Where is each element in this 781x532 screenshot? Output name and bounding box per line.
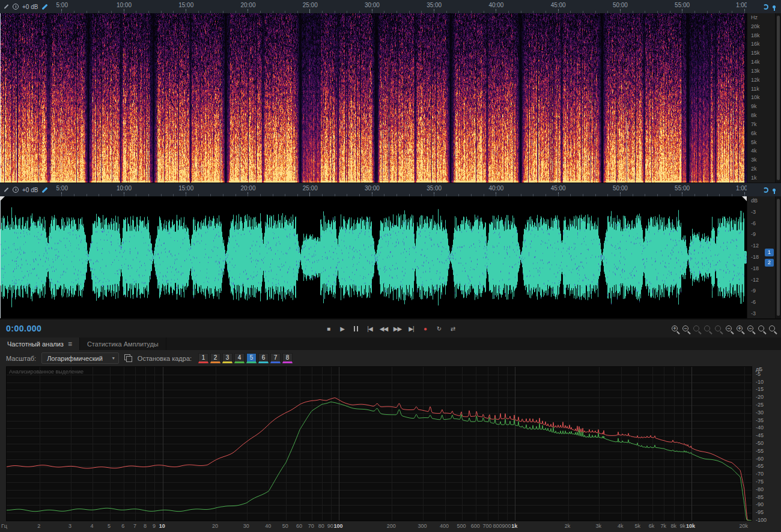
zoom-out-vertical-button[interactable] <box>747 325 753 331</box>
zoom-out-full-button[interactable] <box>726 325 732 331</box>
skip-selection-button[interactable]: ⇄ <box>447 323 458 334</box>
zoom-in-vertical-button[interactable] <box>737 325 743 331</box>
pin-icon[interactable] <box>773 189 776 192</box>
zoom-settings-button[interactable] <box>769 325 775 331</box>
audition-app: 5:0010:0015:0020:0025:0030:0035:0040:004… <box>0 0 781 532</box>
channel-2-button[interactable]: 2 <box>765 259 774 267</box>
frequency-canvas[interactable] <box>7 367 752 521</box>
copy-data-icon[interactable] <box>124 354 132 362</box>
play-button[interactable]: ▶ <box>336 323 348 334</box>
scrollbar-handle[interactable] <box>777 16 780 180</box>
scrollbar-handle[interactable] <box>777 199 780 316</box>
x-tick-label: 600 <box>471 523 480 529</box>
vertical-zoom-scrollbar[interactable] <box>775 13 781 183</box>
skip-to-end-button[interactable]: ▶| <box>406 323 417 334</box>
zoom-in-horizontal-button[interactable] <box>672 325 678 331</box>
tab-amplitude-statistics[interactable]: Статистика Амплитуды <box>80 337 166 350</box>
y-tick-label: -35 <box>756 418 764 423</box>
x-tick-label: 50 <box>282 523 288 529</box>
zoom-to-out-point-button[interactable] <box>704 325 710 331</box>
frame-hold-7-button[interactable]: 7 <box>270 353 281 363</box>
frame-hold-4-button[interactable]: 4 <box>234 353 245 363</box>
gain-knob-label[interactable]: +0 dB <box>22 187 38 193</box>
frequency-plot[interactable]: Анализированное выделение <box>6 366 752 521</box>
db-axis: дБ -5-10-15-20-25-30-35-40-45-50-55-60-6… <box>752 366 781 521</box>
envelope-pen-icon[interactable] <box>42 187 48 193</box>
spectrogram-body: Hz20k18k16k15k14k13k12k11k10k9k8k7k6k5k4… <box>0 13 781 183</box>
scale-tick-label: 11k <box>751 86 775 92</box>
y-tick-label: -40 <box>756 425 764 431</box>
timeline-ruler[interactable]: 5:0010:0015:0020:0025:0030:0035:0040:004… <box>0 0 747 13</box>
timeline-label: 45:00 <box>551 185 566 192</box>
scale-tick-label: -12 <box>751 277 775 283</box>
vertical-zoom-scrollbar[interactable] <box>775 196 781 318</box>
skip-to-start-button[interactable]: |◀ <box>364 323 375 334</box>
loop-icon[interactable] <box>763 187 768 193</box>
playhead[interactable] <box>0 13 1 183</box>
scale-tick-label: 6k <box>751 131 775 136</box>
scale-select-value: Логарифмический <box>47 355 103 362</box>
reset-zoom-button[interactable] <box>758 325 764 331</box>
loop-playback-button[interactable]: ↻ <box>433 323 445 334</box>
playhead[interactable] <box>0 196 1 318</box>
selection-handle-right[interactable] <box>742 196 747 201</box>
zoom-to-selection-button[interactable] <box>715 325 721 331</box>
magnifier-icon <box>747 325 753 331</box>
rewind-button[interactable]: ◀◀ <box>378 323 389 334</box>
waveform-canvas[interactable] <box>0 196 747 318</box>
x-tick-label: 4k <box>618 523 624 529</box>
zoom-out-horizontal-button[interactable] <box>682 325 688 331</box>
scale-tick-label: 15k <box>751 50 775 56</box>
frame-hold-1-button[interactable]: 1 <box>198 353 208 363</box>
y-tick-label: -45 <box>756 433 764 438</box>
fast-forward-button[interactable]: ▶▶ <box>392 323 403 334</box>
waveform-view[interactable] <box>0 196 747 318</box>
tab-frequency-analysis[interactable]: Частотный анализ ≡ <box>0 337 80 350</box>
spectrogram-canvas[interactable] <box>0 13 747 183</box>
timeline-label: 1:00:0 <box>736 185 747 192</box>
x-tick-label: 70 <box>308 523 314 529</box>
stop-button[interactable]: ■ <box>323 323 334 334</box>
selection-handle-left[interactable] <box>0 196 5 201</box>
record-button[interactable]: ● <box>419 323 431 334</box>
y-tick-label: -80 <box>756 487 764 492</box>
analysis-controls: Масштаб: Логарифмический ▾ Остановка кад… <box>0 350 781 366</box>
tab-label: Статистика Амплитуды <box>87 340 159 348</box>
scale-tick-label: dB <box>751 198 775 204</box>
frame-hold-2-button[interactable]: 2 <box>210 353 220 363</box>
pause-button[interactable] <box>350 323 362 334</box>
clock-icon <box>13 4 19 10</box>
frequency-analysis-chart: Анализированное выделение дБ -5-10-15-20… <box>0 366 781 532</box>
x-tick-label: 20 <box>212 523 218 529</box>
frame-hold-3-button[interactable]: 3 <box>222 353 232 363</box>
gain-knob-label[interactable]: +0 dB <box>22 4 38 10</box>
scale-tick-label: -9 <box>751 232 775 237</box>
pin-icon[interactable] <box>773 5 776 8</box>
freq-axis: Гц 2345678910203040506070809010020030040… <box>6 521 752 532</box>
scale-tick-label: 8k <box>751 113 775 118</box>
channel-1-button[interactable]: 1 <box>765 249 774 256</box>
envelope-pen-icon[interactable] <box>42 4 48 10</box>
y-tick-label: -20 <box>756 394 764 400</box>
spectrogram-view[interactable] <box>0 13 747 183</box>
edit-tool-icon[interactable] <box>4 187 9 192</box>
edit-tool-icon[interactable] <box>4 4 9 9</box>
scale-select[interactable]: Логарифмический ▾ <box>41 352 119 364</box>
scale-tick-label: 1k <box>751 175 775 181</box>
x-tick-label: 8k <box>670 523 676 529</box>
x-tick-label: 1k <box>511 523 517 529</box>
loop-icon[interactable] <box>763 4 768 10</box>
y-tick-label: -95 <box>756 510 764 515</box>
scale-label: Масштаб: <box>6 355 36 362</box>
magnifier-icon <box>769 325 775 331</box>
frame-hold-8-button[interactable]: 8 <box>282 353 293 363</box>
frame-hold-5-button[interactable]: 5 <box>246 353 257 363</box>
spectrogram-header-tools: +0 dB <box>0 0 53 13</box>
timeline-ruler[interactable]: 5:0010:0015:0020:0025:0030:0035:0040:004… <box>0 183 747 196</box>
clock-icon <box>13 187 19 193</box>
panel-menu-icon[interactable]: ≡ <box>68 340 72 348</box>
zoom-to-in-point-button[interactable] <box>693 325 699 331</box>
zoom-buttons <box>672 325 775 331</box>
frame-hold-6-button[interactable]: 6 <box>258 353 269 363</box>
spectrogram-ruler-right <box>747 0 781 13</box>
